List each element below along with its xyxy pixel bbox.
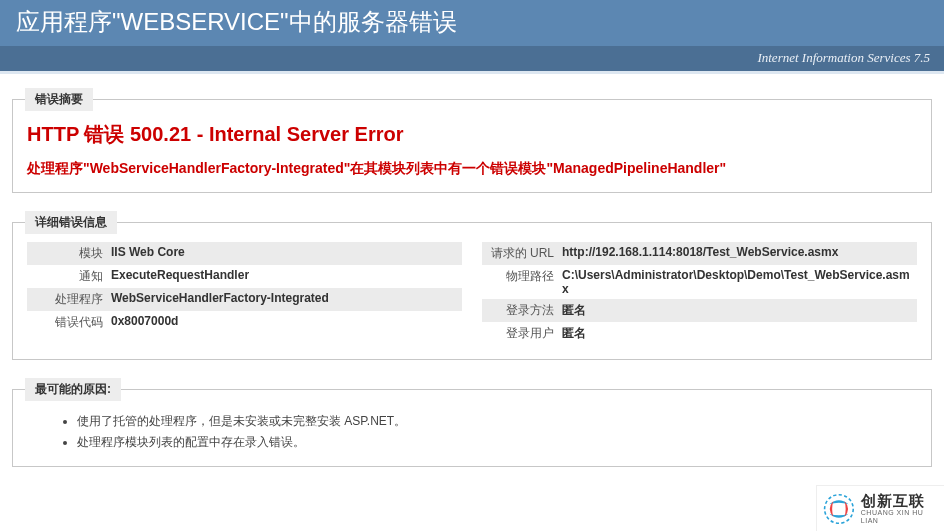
cause-item: 使用了托管的处理程序，但是未安装或未完整安装 ASP.NET。 xyxy=(77,411,917,431)
watermark-text-cn: 创新互联 xyxy=(861,493,938,510)
detail-label: 登录用户 xyxy=(482,322,560,345)
details-left-table: 模块 IIS Web Core 通知 ExecuteRequestHandler… xyxy=(27,242,462,334)
detail-label: 模块 xyxy=(27,242,109,265)
detail-value: WebServiceHandlerFactory-Integrated xyxy=(109,288,462,311)
cause-item: 处理程序模块列表的配置中存在录入错误。 xyxy=(77,432,917,452)
error-code-title: HTTP 错误 500.21 - Internal Server Error xyxy=(27,121,917,148)
detail-value: C:\Users\Administrator\Desktop\Demo\Test… xyxy=(560,265,917,299)
page-title: 应用程序"WEBSERVICE"中的服务器错误 xyxy=(0,0,944,46)
detail-value: ExecuteRequestHandler xyxy=(109,265,462,288)
error-details-legend: 详细错误信息 xyxy=(25,211,117,234)
detail-value: 匿名 xyxy=(560,299,917,322)
watermark-text-pinyin: CHUANG XIN HU LIAN xyxy=(861,509,938,524)
details-left-column: 模块 IIS Web Core 通知 ExecuteRequestHandler… xyxy=(27,242,462,345)
detail-label: 错误代码 xyxy=(27,311,109,334)
detail-label: 登录方法 xyxy=(482,299,560,322)
details-right-table: 请求的 URL http://192.168.1.114:8018/Test_W… xyxy=(482,242,917,345)
iis-version-banner: Internet Information Services 7.5 xyxy=(0,46,944,71)
watermark-logo: 创新互联 CHUANG XIN HU LIAN xyxy=(816,485,944,531)
detail-label: 处理程序 xyxy=(27,288,109,311)
details-right-column: 请求的 URL http://192.168.1.114:8018/Test_W… xyxy=(482,242,917,345)
error-summary-legend: 错误摘要 xyxy=(25,88,93,111)
detail-label: 通知 xyxy=(27,265,109,288)
watermark-icon xyxy=(823,492,855,526)
causes-card: 最可能的原因: 使用了托管的处理程序，但是未安装或未完整安装 ASP.NET。 … xyxy=(12,378,932,467)
detail-value: 0x8007000d xyxy=(109,311,462,334)
causes-list: 使用了托管的处理程序，但是未安装或未完整安装 ASP.NET。 处理程序模块列表… xyxy=(77,411,917,452)
detail-value: 匿名 xyxy=(560,322,917,345)
error-summary-card: 错误摘要 HTTP 错误 500.21 - Internal Server Er… xyxy=(12,88,932,193)
error-details-card: 详细错误信息 模块 IIS Web Core 通知 ExecuteRequest… xyxy=(12,211,932,360)
detail-label: 请求的 URL xyxy=(482,242,560,265)
detail-label: 物理路径 xyxy=(482,265,560,299)
detail-value: http://192.168.1.114:8018/Test_WebServic… xyxy=(560,242,917,265)
content-area: 错误摘要 HTTP 错误 500.21 - Internal Server Er… xyxy=(0,71,944,493)
causes-legend: 最可能的原因: xyxy=(25,378,121,401)
page-header: 应用程序"WEBSERVICE"中的服务器错误 Internet Informa… xyxy=(0,0,944,71)
error-subtitle: 处理程序"WebServiceHandlerFactory-Integrated… xyxy=(27,158,917,178)
detail-value: IIS Web Core xyxy=(109,242,462,265)
svg-point-0 xyxy=(825,494,854,523)
